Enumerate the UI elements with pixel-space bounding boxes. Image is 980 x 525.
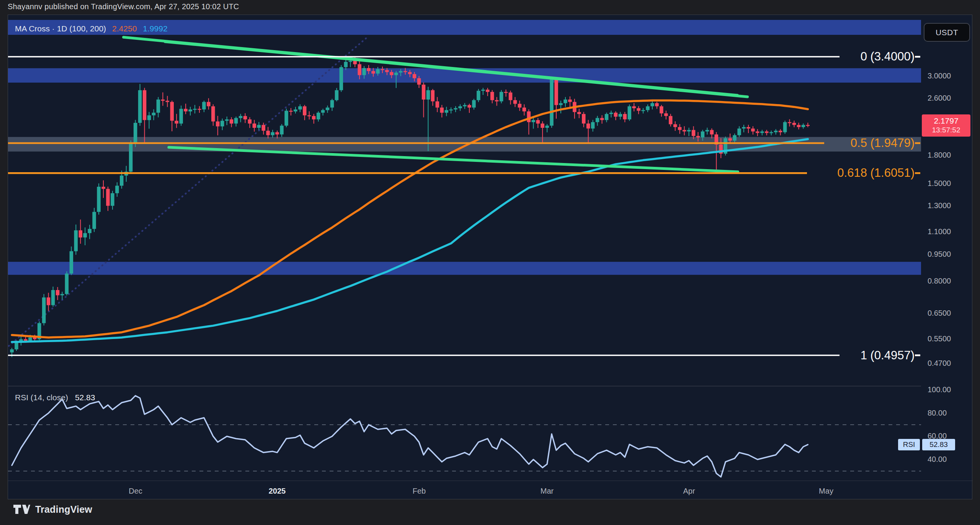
candle-body (394, 73, 398, 75)
candle-body (445, 110, 449, 113)
candle-body (358, 64, 361, 75)
time-tick-Apr: Apr (683, 487, 695, 496)
candle-body (737, 129, 741, 135)
rsi-legend-label: RSI (14, close) (15, 393, 68, 402)
candle-body (147, 115, 151, 120)
plot-canvas[interactable] (8, 15, 921, 481)
candle-body (28, 338, 32, 341)
candle-body (673, 124, 677, 127)
candle-body (175, 121, 178, 124)
candle-body (294, 109, 297, 111)
candle-body (436, 101, 439, 108)
candle-body (472, 100, 476, 108)
fib-label-0[interactable]: 0 (3.4000) (861, 49, 915, 64)
candle-body (271, 132, 274, 135)
chart-area[interactable]: MA Cross · 1D (100, 200) 2.4250 1.9992 U… (8, 15, 972, 499)
candle-body (559, 103, 563, 105)
price-tick: 2.6000 (928, 94, 951, 103)
candle-body (532, 120, 536, 122)
candle-body (243, 116, 247, 119)
candle-body (660, 106, 663, 114)
candle-body (783, 122, 787, 132)
last-price-badge[interactable]: 2.1797 13:57:52 (922, 114, 970, 137)
price-tick: 3.0000 (928, 72, 951, 80)
fib-label-1[interactable]: 1 (0.4957) (861, 348, 915, 363)
candle-body (513, 100, 517, 104)
quote-currency-button[interactable]: USDT (924, 23, 970, 42)
candle-body (746, 127, 750, 129)
candle-body (381, 69, 384, 70)
candle-body (152, 113, 156, 116)
candle-body (266, 131, 270, 135)
candle-body (51, 290, 55, 305)
candle-body (664, 113, 668, 116)
candle-body (802, 125, 805, 127)
candle-body (518, 104, 522, 108)
candle-body (788, 122, 792, 123)
candle-body (641, 110, 645, 111)
rsi-legend[interactable]: RSI (14, close) 52.83 (15, 393, 95, 402)
candle-body (65, 274, 69, 294)
rsi-axis-value-badge[interactable]: 52.83 (922, 439, 955, 450)
candle-body (609, 113, 613, 114)
candle-body (477, 91, 480, 100)
candle-body (101, 187, 105, 189)
price-tick: 1.1000 (928, 227, 951, 236)
candle-body (779, 131, 782, 132)
candle-body (650, 103, 654, 106)
candle-body (509, 93, 513, 100)
fib-label-0.5[interactable]: 0.5 (1.9479) (851, 135, 915, 151)
rsi-axis-label-badge[interactable]: RSI (898, 439, 920, 450)
candle-body (669, 116, 673, 124)
candle-body (317, 113, 320, 120)
fib-label-0.618[interactable]: 0.618 (1.6051) (837, 165, 915, 181)
candle-body (710, 130, 714, 135)
candle-body (376, 69, 380, 74)
candle-body (284, 111, 288, 126)
candle-body (340, 67, 343, 90)
price-tick: 1.8000 (928, 151, 951, 160)
candle-body (289, 111, 293, 112)
candle-body (225, 119, 229, 121)
candle-body (742, 127, 746, 129)
candle-body (797, 125, 801, 127)
indicator-legend[interactable]: MA Cross · 1D (100, 200) 2.4250 1.9992 (15, 24, 168, 33)
candle-body (413, 74, 416, 78)
candle-body (431, 90, 435, 101)
rsi-tick: 80.00 (928, 409, 947, 417)
candle-body (408, 72, 412, 74)
ma200-value: 1.9992 (143, 24, 167, 33)
candle-body (184, 109, 188, 111)
candle-body (56, 290, 60, 295)
candle-body (792, 123, 796, 125)
candle-body (106, 189, 110, 206)
candle-body (326, 108, 330, 110)
rsi-badge-label: RSI (903, 440, 915, 449)
candle-body (330, 100, 334, 108)
candle-body (92, 212, 96, 229)
tradingview-logo-icon[interactable] (13, 504, 31, 515)
candle-body (486, 90, 490, 92)
candle-body (230, 119, 234, 124)
candle-body (692, 130, 696, 136)
rsi-legend-value: 52.83 (75, 393, 95, 402)
candle-body (701, 132, 705, 138)
candle-body (207, 102, 211, 106)
candle-body (42, 297, 46, 323)
candle-body (211, 106, 215, 122)
time-axis[interactable]: Dec2025FebMarAprMay (8, 481, 973, 500)
candle-body (134, 123, 137, 144)
rsi-tick: 40.00 (928, 455, 947, 464)
price-band-2 (8, 262, 921, 275)
candle-body (115, 186, 119, 193)
tradingview-brand-text[interactable]: TradingView (35, 504, 92, 515)
candle-body (449, 109, 453, 111)
time-tick-May: May (819, 487, 833, 496)
candle-body (774, 131, 778, 132)
candle-body (577, 112, 581, 114)
candle-body (74, 230, 78, 251)
candle-body (500, 92, 503, 101)
published-chart-page: Shayannv published on TradingView.com, A… (0, 0, 980, 525)
candle-body (600, 118, 604, 120)
candle-body (422, 85, 426, 99)
